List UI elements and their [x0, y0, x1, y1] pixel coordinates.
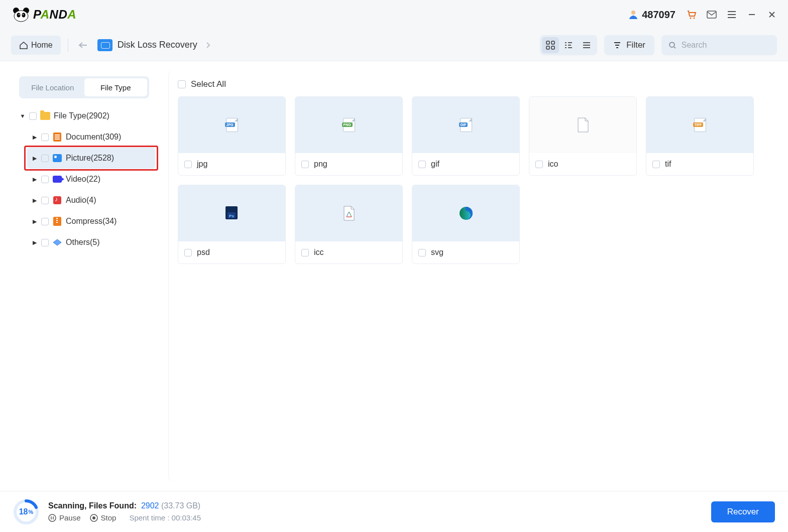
checkbox[interactable]	[41, 218, 49, 225]
tab-file-type[interactable]: File Type	[84, 78, 148, 96]
tree-item-video[interactable]: Video(22)	[27, 169, 155, 190]
document-icon	[52, 132, 63, 142]
breadcrumb: Disk Loss Recovery	[97, 39, 210, 51]
thumbnail: TIFF	[646, 97, 753, 153]
found-count: 2902	[141, 501, 159, 510]
brand: PANDA	[12, 6, 76, 24]
checkbox[interactable]	[178, 80, 186, 88]
svg-point-3	[17, 13, 21, 18]
tree-root[interactable]: File Type(2902)	[15, 105, 155, 126]
checkbox[interactable]	[535, 161, 543, 168]
tree-item-compress[interactable]: Compress(34)	[27, 211, 155, 232]
thumbnail: Ps	[178, 185, 285, 241]
card-gif[interactable]: GIFgif	[412, 96, 520, 176]
panda-logo-icon	[12, 6, 30, 24]
checkbox[interactable]	[29, 112, 37, 120]
chevron-right-icon	[205, 42, 210, 49]
search-box[interactable]	[661, 35, 777, 55]
checkbox[interactable]	[301, 161, 309, 168]
search-input[interactable]	[682, 41, 770, 50]
tree-item-document[interactable]: Document(309)	[27, 126, 155, 148]
checkbox[interactable]	[41, 176, 49, 183]
checkbox[interactable]	[41, 239, 49, 246]
card-footer: icc	[295, 241, 402, 263]
checkbox[interactable]	[41, 197, 49, 204]
card-tif[interactable]: TIFFtif	[646, 96, 754, 176]
view-grid-button[interactable]	[542, 37, 559, 53]
card-jpg[interactable]: JPGjpg	[178, 96, 286, 176]
checkbox[interactable]	[418, 249, 426, 256]
sidebar-tabs: File Location File Type	[19, 76, 149, 98]
tab-file-location[interactable]: File Location	[21, 78, 84, 96]
tree-label: Video(22)	[66, 175, 100, 184]
tree-item-others[interactable]: Others(5)	[27, 232, 155, 253]
card-footer: svg	[412, 241, 519, 263]
tree-item-audio[interactable]: Audio(4)	[27, 190, 155, 211]
svg-point-5	[19, 14, 20, 15]
card-ico[interactable]: ico	[529, 96, 637, 176]
stop-button[interactable]: Stop	[90, 513, 117, 522]
caret-icon[interactable]	[31, 197, 38, 204]
select-all-row[interactable]: Select All	[178, 79, 769, 89]
card-footer: tif	[646, 153, 753, 175]
status-label: Scanning, Files Found:	[48, 501, 137, 510]
card-svg[interactable]: svg	[412, 185, 520, 264]
cart-icon[interactable]	[686, 9, 698, 21]
view-detail-button[interactable]	[560, 37, 577, 53]
card-icc[interactable]: icc	[295, 185, 403, 264]
card-footer: ico	[529, 153, 636, 175]
svg-point-24	[92, 516, 95, 519]
home-button[interactable]: Home	[11, 36, 61, 55]
checkbox[interactable]	[184, 249, 192, 256]
close-icon[interactable]	[766, 9, 778, 21]
card-psd[interactable]: Pspsd	[178, 185, 286, 264]
tree-label: Compress(34)	[66, 217, 117, 226]
home-label: Home	[31, 41, 53, 50]
card-label: svg	[431, 248, 443, 257]
filter-icon	[613, 41, 621, 49]
checkbox[interactable]	[301, 249, 309, 256]
checkbox[interactable]	[184, 161, 192, 168]
back-button[interactable]	[75, 38, 90, 53]
caret-icon[interactable]	[31, 239, 38, 246]
spent-time: Spent time : 00:03:45	[129, 513, 201, 522]
card-label: tif	[665, 160, 671, 169]
svg-point-15	[669, 42, 674, 47]
pause-button[interactable]: Pause	[48, 513, 81, 522]
svg-point-8	[690, 18, 692, 19]
filter-button[interactable]: Filter	[604, 35, 654, 55]
caret-icon[interactable]	[31, 134, 38, 141]
recover-button[interactable]: Recover	[711, 501, 775, 522]
folder-icon	[40, 111, 51, 121]
checkbox[interactable]	[652, 161, 660, 168]
svg-point-7	[631, 11, 635, 15]
compress-icon	[52, 216, 63, 226]
checkbox[interactable]	[41, 155, 49, 162]
titlebar: PANDA 487097	[0, 0, 788, 29]
tree-label: Document(309)	[66, 132, 121, 142]
caret-icon[interactable]	[31, 155, 38, 162]
card-label: jpg	[197, 160, 207, 169]
home-icon	[19, 41, 28, 49]
drive-icon	[97, 39, 112, 51]
found-size: (33.73 GB)	[161, 501, 200, 510]
view-list-button[interactable]	[578, 37, 595, 53]
menu-icon[interactable]	[726, 9, 738, 21]
svg-text:Ps: Ps	[229, 214, 234, 218]
mail-icon[interactable]	[706, 9, 718, 21]
checkbox[interactable]	[41, 134, 49, 141]
caret-icon[interactable]	[31, 176, 38, 183]
minimize-icon[interactable]	[746, 9, 758, 21]
caret-icon[interactable]	[31, 218, 38, 225]
tree-item-picture[interactable]: Picture(2528)	[27, 148, 155, 169]
checkbox[interactable]	[418, 161, 426, 168]
card-png[interactable]: PNGpng	[295, 96, 403, 176]
card-footer: jpg	[178, 153, 285, 175]
caret-icon[interactable]	[19, 113, 26, 119]
thumbnail: PNG	[295, 97, 402, 153]
tree-label: Picture(2528)	[66, 154, 114, 163]
arrow-left-icon	[78, 42, 87, 49]
user-badge[interactable]: 487097	[628, 9, 678, 21]
svg-rect-12	[551, 41, 554, 44]
file-type-tree: File Type(2902) Document(309) Picture(25…	[13, 105, 155, 253]
